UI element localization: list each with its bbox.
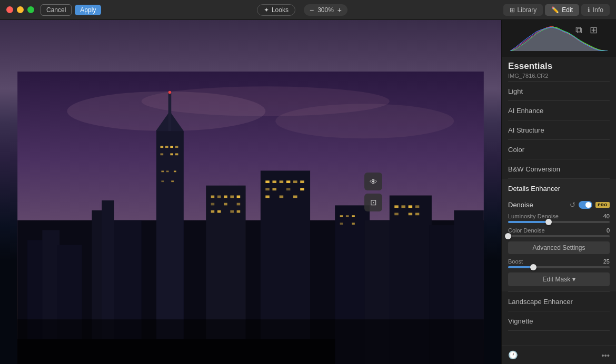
zoom-minus-button[interactable]: − [308,6,315,14]
color-denoise-slider-thumb[interactable] [505,233,511,239]
boost-slider-fill [508,266,533,268]
luminosity-slider-track[interactable] [508,221,610,223]
svg-rect-16 [165,146,168,148]
edit-mask-button[interactable]: Edit Mask ▾ [508,272,610,286]
boost-slider-thumb[interactable] [530,264,536,270]
looks-button[interactable]: ✦ Looks [257,4,295,16]
denoise-header: Denoise ↺ PRO [508,201,610,209]
color-label-row: Color Denoise 0 [508,227,610,234]
svg-rect-66 [352,215,355,217]
svg-rect-65 [346,215,349,217]
more-icon: ••• [601,351,610,360]
zoom-plus-button[interactable]: + [336,6,343,14]
svg-rect-37 [211,210,215,213]
info-icon: ℹ [588,6,590,14]
color-section[interactable]: Color [502,140,616,159]
maximize-button[interactable] [27,6,34,13]
edit-label: Edit [562,6,573,14]
details-enhancer-label: Details Enhancer [508,185,560,193]
svg-rect-39 [230,210,234,213]
layers-button[interactable]: ⧉ [573,24,584,36]
boost-slider-track[interactable] [508,266,610,268]
luminosity-slider-thumb[interactable] [545,219,552,225]
details-enhancer-section: Details Enhancer Denoise ↺ PRO [502,179,616,291]
svg-rect-67 [340,223,343,225]
titlebar-center: ✦ Looks − 300% + [101,4,503,16]
svg-rect-19 [161,154,164,156]
titlebar: Cancel Apply ✦ Looks − 300% + ⊞ Library … [0,0,616,20]
color-label: Color [508,146,524,154]
close-button[interactable] [6,6,13,13]
adjust-button[interactable]: ⊞ [588,24,599,36]
svg-rect-38 [217,210,221,213]
svg-rect-42 [265,180,270,183]
svg-rect-24 [166,171,169,173]
svg-rect-54 [293,196,297,198]
denoise-panel: Denoise ↺ PRO Luminosity Denoise 40 [502,198,616,291]
svg-rect-68 [352,223,355,225]
svg-rect-46 [293,180,297,183]
minimize-button[interactable] [17,6,24,13]
cancel-button[interactable]: Cancel [41,4,72,16]
svg-rect-21 [175,154,178,156]
svg-rect-74 [409,213,413,216]
advanced-settings-button[interactable]: Advanced Settings [508,241,610,254]
svg-rect-53 [280,196,284,198]
right-panel: ⧉ ⊞ Essentials IMG_7816.CR2 Light AI Enh… [501,20,616,364]
color-denoise-label: Color Denoise [508,227,545,234]
traffic-lights [6,6,34,13]
boost-row: Boost 25 [508,258,610,268]
compare-button[interactable]: ⊡ [364,194,382,211]
light-section[interactable]: Light [502,82,616,100]
info-nav-button[interactable]: ℹ Info [581,4,610,16]
landscape-enhancer-section[interactable]: Landscape Enhancer [502,292,616,311]
library-nav-button[interactable]: ⊞ Library [503,4,543,16]
svg-rect-64 [340,215,343,217]
svg-rect-76 [17,319,484,364]
vignette-label: Vignette [508,317,533,325]
library-label: Library [518,6,537,14]
main-content: 👁 ⊡ [0,20,616,364]
ai-structure-label: AI Structure [508,126,544,134]
boost-value: 25 [603,258,610,265]
bw-label: B&W Conversion [508,165,560,173]
panels-scroll[interactable]: Light AI Enhance AI Structure Color B&W … [502,82,616,346]
svg-rect-34 [211,203,215,206]
svg-rect-36 [237,203,241,206]
city-skyline [0,72,501,364]
edit-icon: ✏️ [551,6,559,14]
svg-rect-26 [161,180,164,182]
denoise-reset-button[interactable]: ↺ [570,201,575,209]
luminosity-label: Luminosity Denoise [508,213,559,219]
vignette-section[interactable]: Vignette [502,311,616,330]
color-denoise-slider-track[interactable] [508,235,610,237]
svg-rect-15 [161,146,164,148]
ai-enhance-section[interactable]: AI Enhance [502,101,616,120]
luminosity-slider-fill [508,221,549,223]
denoise-controls: ↺ PRO [570,201,610,209]
apply-button[interactable]: Apply [75,5,101,15]
view-mode-button[interactable]: 👁 [364,173,382,190]
svg-point-3 [142,86,390,116]
history-button[interactable]: 🕐 [508,350,518,360]
looks-icon: ✦ [264,6,269,14]
divider-8 [508,330,610,331]
color-denoise-value: 0 [607,227,610,234]
light-label: Light [508,87,523,95]
svg-point-22 [168,91,172,94]
landscape-enhancer-label: Landscape Enhancer [508,298,573,306]
denoise-toggle[interactable] [579,201,592,209]
svg-rect-43 [272,180,276,183]
svg-rect-44 [280,180,284,183]
svg-rect-30 [217,196,221,198]
svg-rect-69 [394,206,399,208]
edit-nav-button[interactable]: ✏️ Edit [545,4,579,16]
bw-section[interactable]: B&W Conversion [502,159,616,178]
luminosity-label-row: Luminosity Denoise 40 [508,213,610,219]
ai-structure-section[interactable]: AI Structure [502,120,616,139]
details-enhancer-header[interactable]: Details Enhancer [502,179,616,198]
essentials-filename: IMG_7816.CR2 [508,73,610,79]
info-label: Info [593,6,603,14]
more-options-button[interactable]: ••• [601,351,610,360]
histogram-area: ⧉ ⊞ [502,20,616,57]
